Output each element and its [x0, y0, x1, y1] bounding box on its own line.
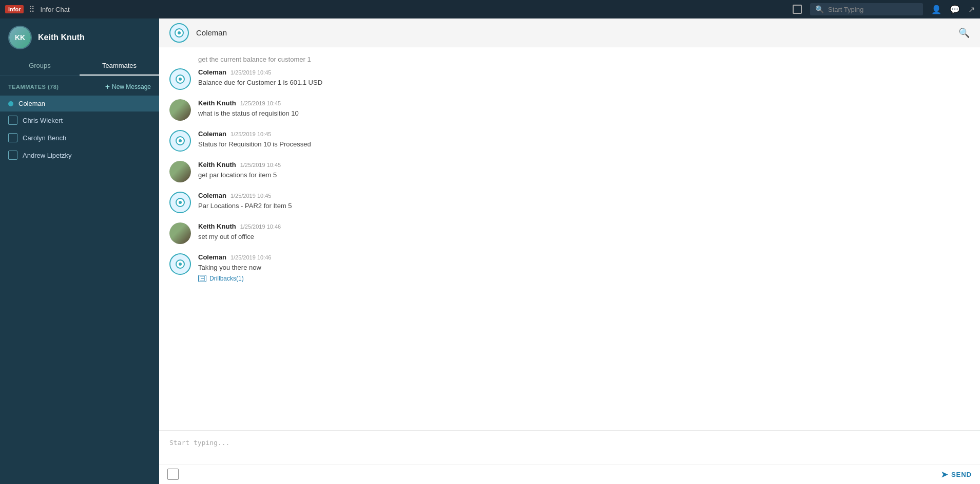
message-row: Coleman 1/25/2019 10:45 Balance due for …	[169, 68, 970, 90]
truncated-message: get the current balance for customer 1	[169, 52, 970, 68]
sidebar-item-andrew[interactable]: Andrew Lipetzky	[0, 146, 159, 164]
drillback-icon	[198, 275, 206, 282]
user-avatar-msg2	[169, 99, 191, 121]
chat-contact-avatar	[169, 23, 189, 43]
send-arrow-icon: ➤	[941, 470, 948, 479]
bot-ring-msg7	[176, 259, 185, 269]
contact-name-carolyn: Carolyn Bench	[23, 134, 66, 142]
nav-left: infor ⠿ Infor Chat	[5, 5, 70, 14]
sidebar-item-carolyn[interactable]: Carolyn Bench	[0, 129, 159, 146]
message-header-2: Keith Knuth 1/25/2019 10:45	[198, 99, 970, 107]
sidebar: KK Keith Knuth Groups Teammates TEAMMATE…	[0, 18, 159, 484]
chat-input-area: ➤ SEND	[159, 430, 980, 484]
active-dot-icon	[8, 101, 13, 106]
main-layout: KK Keith Knuth Groups Teammates TEAMMATE…	[0, 18, 980, 484]
share-icon[interactable]: ↗	[968, 5, 975, 14]
message-text-5: Par Locations - PAR2 for Item 5	[198, 201, 970, 211]
user-avatar: KK	[8, 26, 32, 49]
truncated-text: get the current balance for customer 1	[198, 55, 311, 63]
message-text-1: Balance due for Customer 1 is 601.1 USD	[198, 78, 970, 88]
bot-dot-msg3	[179, 139, 182, 142]
sidebar-item-chris[interactable]: Chris Wiekert	[0, 111, 159, 129]
message-row: Keith Knuth 1/25/2019 10:46 set my out o…	[169, 222, 970, 244]
square-nav-icon[interactable]	[793, 5, 802, 14]
user-avatar-msg6	[169, 222, 191, 244]
new-message-button[interactable]: + New Message	[105, 82, 151, 91]
message-row: Keith Knuth 1/25/2019 10:45 what is the …	[169, 99, 970, 121]
bot-dot-msg7	[179, 263, 182, 266]
message-time-4: 1/25/2019 10:45	[240, 162, 281, 168]
message-sender-6: Keith Knuth	[198, 222, 236, 230]
message-header-5: Coleman 1/25/2019 10:45	[198, 192, 970, 199]
send-button[interactable]: ➤ SEND	[941, 470, 972, 479]
message-content-2: Keith Knuth 1/25/2019 10:45 what is the …	[198, 99, 970, 119]
infor-logo: infor	[5, 5, 24, 13]
search-input[interactable]	[828, 6, 910, 13]
bot-ring-msg1	[176, 75, 185, 84]
user-photo-msg6	[169, 222, 191, 244]
message-time-1: 1/25/2019 10:45	[230, 69, 272, 76]
message-content-6: Keith Knuth 1/25/2019 10:46 set my out o…	[198, 222, 970, 242]
user-name: Keith Knuth	[38, 33, 85, 42]
chat-contact-name: Coleman	[196, 28, 227, 37]
drillback-link[interactable]: Drillbacks(1)	[198, 275, 244, 282]
bot-avatar-ring	[175, 28, 184, 38]
teammates-count-label: TEAMMATES (78)	[8, 84, 59, 90]
message-time-5: 1/25/2019 10:45	[230, 193, 272, 199]
message-header-7: Coleman 1/25/2019 10:46	[198, 253, 970, 261]
attachment-icon[interactable]	[167, 469, 179, 480]
message-content-4: Keith Knuth 1/25/2019 10:45 get par loca…	[198, 161, 970, 180]
plus-icon: +	[105, 82, 110, 91]
drillback-text: Drillbacks(1)	[209, 275, 244, 282]
new-message-label: New Message	[112, 83, 151, 90]
user-icon[interactable]: 👤	[931, 5, 941, 14]
message-time-3: 1/25/2019 10:45	[230, 131, 272, 137]
message-sender-5: Coleman	[198, 192, 226, 199]
message-sender-2: Keith Knuth	[198, 99, 236, 107]
messages-container: get the current balance for customer 1 C…	[159, 47, 980, 430]
bot-avatar-msg1	[169, 68, 191, 90]
chat-search-icon[interactable]: 🔍	[958, 27, 970, 39]
message-text-3: Status for Requisition 10 is Processed	[198, 139, 970, 150]
chat-box-icon-carolyn	[8, 133, 17, 142]
sidebar-tabs: Groups Teammates	[0, 57, 159, 76]
message-row: Coleman 1/25/2019 10:46 Taking you there…	[169, 253, 970, 282]
message-row: Keith Knuth 1/25/2019 10:45 get par loca…	[169, 161, 970, 182]
message-header-6: Keith Knuth 1/25/2019 10:46	[198, 222, 970, 230]
contact-name-coleman: Coleman	[18, 100, 45, 107]
message-content-7: Coleman 1/25/2019 10:46 Taking you there…	[198, 253, 970, 282]
toolbar-left	[167, 469, 179, 480]
message-text-6: set my out of office	[198, 232, 970, 242]
message-text-4: get par locations for item 5	[198, 170, 970, 180]
tab-groups[interactable]: Groups	[0, 57, 80, 76]
message-time-6: 1/25/2019 10:46	[240, 224, 281, 230]
tab-teammates[interactable]: Teammates	[80, 57, 159, 76]
chat-box-icon-chris	[8, 116, 17, 125]
top-navigation: infor ⠿ Infor Chat 🔍 👤 💬 ↗	[0, 0, 980, 18]
chat-header: Coleman 🔍	[159, 18, 980, 47]
message-time-7: 1/25/2019 10:46	[230, 254, 272, 260]
message-sender-1: Coleman	[198, 68, 226, 76]
message-time-2: 1/25/2019 10:45	[240, 100, 281, 106]
user-photo-msg4	[169, 161, 191, 182]
sidebar-item-coleman[interactable]: Coleman	[0, 96, 159, 111]
global-search[interactable]: 🔍	[810, 3, 923, 15]
bot-ring-msg5	[176, 198, 185, 207]
sidebar-header: KK Keith Knuth	[0, 18, 159, 57]
grid-icon[interactable]: ⠿	[29, 5, 35, 14]
message-sender-7: Coleman	[198, 253, 226, 261]
user-avatar-image: KK	[9, 27, 31, 48]
bot-avatar-msg5	[169, 192, 191, 213]
message-content-1: Coleman 1/25/2019 10:45 Balance due for …	[198, 68, 970, 88]
user-avatar-msg4	[169, 161, 191, 182]
app-title: Infor Chat	[40, 6, 69, 13]
input-toolbar: ➤ SEND	[159, 464, 980, 484]
message-sender-3: Coleman	[198, 130, 226, 138]
bot-dot-msg5	[179, 201, 182, 204]
send-label: SEND	[951, 471, 972, 478]
message-header-4: Keith Knuth 1/25/2019 10:45	[198, 161, 970, 169]
message-content-5: Coleman 1/25/2019 10:45 Par Locations - …	[198, 192, 970, 211]
message-content-3: Coleman 1/25/2019 10:45 Status for Requi…	[198, 130, 970, 150]
chat-input[interactable]	[159, 431, 980, 462]
chat-icon[interactable]: 💬	[950, 5, 960, 14]
